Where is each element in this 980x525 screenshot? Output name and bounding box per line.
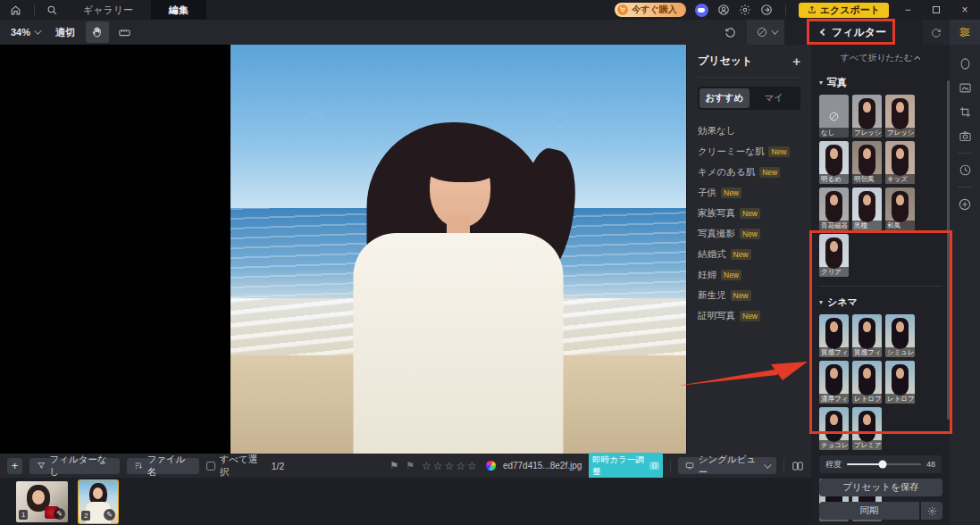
preset-item[interactable]: 結婚式New xyxy=(698,244,800,264)
intensity-slider[interactable] xyxy=(847,463,921,465)
chevron-down-icon xyxy=(765,461,772,468)
add-panel-icon[interactable] xyxy=(950,192,980,216)
preset-item[interactable]: 子供New xyxy=(698,182,800,203)
export-button[interactable]: エクスポート xyxy=(799,3,889,18)
camera-icon[interactable] xyxy=(950,124,980,148)
filter-thumb[interactable]: 質感フィ... xyxy=(819,314,849,357)
hand-tool-button[interactable] xyxy=(86,21,109,43)
discord-icon[interactable] xyxy=(695,4,708,17)
tab-my[interactable]: マイ xyxy=(750,88,800,108)
account-icon[interactable] xyxy=(717,4,730,16)
back-chevron-icon[interactable] xyxy=(820,29,827,36)
tab-gallery[interactable]: ギャラリー xyxy=(65,0,151,20)
preset-item[interactable]: 家族写真New xyxy=(698,203,800,223)
preset-item-label: 結婚式 xyxy=(698,248,726,261)
flag-icon[interactable]: ⚑ xyxy=(389,460,398,471)
add-photo-button[interactable]: + xyxy=(7,458,22,474)
color-label-icon[interactable] xyxy=(486,461,496,471)
undo-icon[interactable] xyxy=(718,21,741,43)
buy-now-button[interactable]: 今すぐ購入 xyxy=(615,3,685,17)
settings-gear-icon[interactable] xyxy=(739,4,751,16)
home-icon[interactable] xyxy=(0,4,30,16)
save-preset-button[interactable]: プリセットを保存 xyxy=(819,479,942,496)
image-adjust-icon[interactable] xyxy=(950,76,980,100)
edit-pencil-icon[interactable]: ✎ xyxy=(54,508,65,520)
preset-item[interactable]: 写真撮影New xyxy=(698,223,800,244)
filter-thumb[interactable]: フレッシュ2 xyxy=(885,95,915,138)
tab-recommended[interactable]: おすすめ xyxy=(699,88,750,108)
preset-item[interactable]: 妊婦New xyxy=(698,264,800,285)
filter-thumb[interactable]: 濃厚フィ... xyxy=(819,361,849,404)
reset-icon[interactable] xyxy=(923,27,950,38)
add-preset-button[interactable]: + xyxy=(792,54,800,68)
restore-button[interactable] xyxy=(926,4,946,16)
instant-color-badge[interactable]: 即時カラー調整 ⟨⟩ xyxy=(589,453,662,479)
chevron-down-icon xyxy=(771,27,778,34)
preset-item[interactable]: 証明写真New xyxy=(698,305,800,326)
crop-icon[interactable] xyxy=(950,100,980,124)
star-rating[interactable]: ☆☆☆☆☆ xyxy=(422,460,479,472)
filter-thumb[interactable]: シミュレ... xyxy=(885,314,915,357)
flag-icon[interactable]: ⚑ xyxy=(406,460,415,471)
compare-dropdown[interactable] xyxy=(747,20,784,45)
sign-out-icon[interactable] xyxy=(760,4,773,16)
preset-item[interactable]: クリーミーな肌New xyxy=(698,141,800,162)
main-photo[interactable] xyxy=(230,45,686,454)
chevron-up-icon xyxy=(915,56,921,62)
filter-thumb[interactable]: チョコレ... xyxy=(819,407,849,450)
filter-thumb[interactable]: プレミア... xyxy=(852,407,882,450)
section-cinema-header[interactable]: ▾ シネマ xyxy=(819,296,942,309)
filter-thumb[interactable]: 明るめ xyxy=(819,141,849,184)
select-all-checkbox[interactable]: すべて選択 xyxy=(206,454,264,479)
photo-editor-window: ギャラリー 編集 今すぐ購入 エクスポート xyxy=(0,0,980,525)
filter-thumb[interactable]: フレッシュ xyxy=(852,95,882,138)
split-view-icon[interactable] xyxy=(792,460,804,472)
triangle-down-icon: ▾ xyxy=(819,298,823,306)
tab-edit[interactable]: 編集 xyxy=(151,0,206,20)
fit-button[interactable]: 適切 xyxy=(46,26,84,39)
filter-thumb-none[interactable]: なし xyxy=(819,95,849,138)
sync-button[interactable]: 同期 xyxy=(819,502,919,520)
new-badge: New xyxy=(759,167,780,178)
sync-settings-gear-icon[interactable] xyxy=(921,502,942,520)
sidebar-adjust-active[interactable] xyxy=(950,20,980,45)
preset-item[interactable]: キメのある肌New xyxy=(698,162,800,182)
preset-item[interactable]: 新生児New xyxy=(698,285,800,305)
filter-thumb-label: レトロフ... xyxy=(885,394,915,404)
filter-thumb[interactable]: クリア xyxy=(819,234,849,277)
filter-thumb-selected[interactable]: レトロフ... xyxy=(885,361,915,404)
scrollbar[interactable] xyxy=(947,80,950,420)
filter-thumb[interactable]: レトロフ... xyxy=(852,361,882,404)
filter-thumb[interactable]: 明朝風 xyxy=(852,141,882,184)
section-photo-header[interactable]: ▾ 写真 xyxy=(819,76,942,89)
preset-item[interactable]: 効果なし xyxy=(698,121,800,141)
zoom-level-dropdown[interactable]: 34% xyxy=(0,27,46,38)
close-button[interactable]: × xyxy=(955,4,975,16)
filter-thumb[interactable]: キッズ xyxy=(885,141,915,184)
filmstrip-thumb-2-selected[interactable]: 2 ✎ xyxy=(79,480,118,523)
preset-item-label: 証明写真 xyxy=(698,310,735,322)
edit-pencil-icon[interactable]: ✎ xyxy=(104,509,115,521)
filter-thumb[interactable]: 青花磁器 xyxy=(819,188,849,230)
history-clock-icon[interactable] xyxy=(950,158,980,182)
photo-subject-bangs xyxy=(423,145,499,182)
top-bar: ギャラリー 編集 今すぐ購入 エクスポート xyxy=(0,0,980,20)
portrait-retouch-icon[interactable] xyxy=(950,52,980,76)
divider xyxy=(34,4,35,15)
slider-knob[interactable] xyxy=(878,461,886,469)
minimize-button[interactable]: − xyxy=(898,4,917,16)
sort-by-filename-button[interactable]: ファイル名 xyxy=(127,458,199,474)
divider xyxy=(958,153,972,154)
filmstrip-thumb-1[interactable]: 1 ✎ xyxy=(16,481,68,522)
filter-thumb[interactable]: 和風 xyxy=(885,188,915,230)
filter-thumb[interactable]: 質感フィ... xyxy=(852,314,882,357)
collapse-all-button[interactable]: すべて折りたたむ xyxy=(819,50,942,70)
ruler-tool-button[interactable] xyxy=(113,21,136,43)
filter-none-button[interactable]: フィルターなし xyxy=(29,458,120,474)
canvas-area[interactable] xyxy=(0,45,686,454)
view-mode-dropdown[interactable]: シングルビュー xyxy=(678,457,777,474)
search-icon[interactable] xyxy=(38,4,65,16)
preset-tabs: おすすめ マイ xyxy=(698,87,800,110)
filter-thumb[interactable]: 黒檀 xyxy=(852,188,882,230)
filter-thumb-label: フレッシュ2 xyxy=(885,128,915,138)
